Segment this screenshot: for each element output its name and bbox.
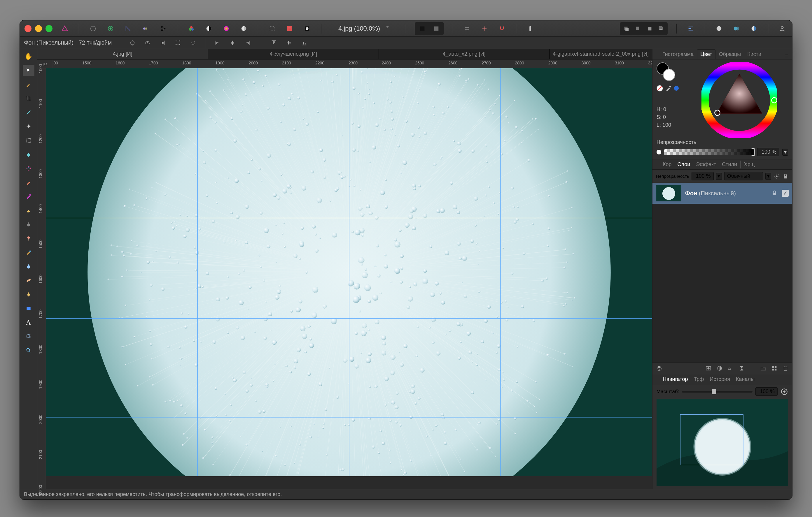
grid-icon[interactable] — [462, 23, 472, 34]
ruler-horizontal[interactable]: px 1400150016001700180019002000210022002… — [37, 59, 652, 68]
layer-row[interactable]: Фон (Пиксельный) ✓ — [652, 183, 792, 204]
erase-tool[interactable] — [23, 205, 34, 216]
rotate-icon[interactable] — [188, 38, 198, 48]
primary-color[interactable] — [663, 69, 675, 81]
mixer-brush-tool[interactable] — [23, 163, 34, 174]
doc-tab-2[interactable]: 4-Улучшено.png [И] — [208, 49, 379, 59]
align-bottom-icon[interactable] — [299, 38, 309, 48]
tab-color[interactable]: Цвет — [697, 49, 715, 59]
panel-menu-icon[interactable]: ≡ — [785, 53, 788, 59]
window-minimize[interactable] — [35, 25, 42, 32]
align-left-icon[interactable] — [212, 38, 222, 48]
tab-styles[interactable]: Стили — [719, 160, 740, 169]
merge-icon[interactable] — [738, 365, 745, 372]
persona-tone-icon[interactable] — [140, 23, 151, 34]
sampled-color[interactable] — [674, 86, 679, 91]
lock-icon[interactable] — [782, 173, 789, 180]
opacity-dropdown[interactable]: ▾ — [782, 149, 788, 156]
window-zoom[interactable] — [46, 25, 53, 32]
trash-icon[interactable] — [782, 365, 789, 372]
persona-develop-icon[interactable] — [123, 23, 133, 34]
subtract-mask-icon[interactable] — [749, 23, 759, 34]
persona-export-icon[interactable] — [158, 23, 168, 34]
layer-opacity-dd[interactable]: ▾ — [716, 173, 722, 180]
guides-icon[interactable] — [479, 23, 490, 34]
crop-light-icon[interactable] — [430, 23, 443, 34]
tab-layers[interactable]: Слои — [675, 160, 693, 169]
color-wheel[interactable] — [701, 62, 777, 138]
inpaint-brush-tool[interactable] — [23, 191, 34, 202]
account-icon[interactable] — [777, 23, 787, 34]
align-top-icon[interactable] — [269, 38, 279, 48]
magic-wand-tool[interactable]: ✦ — [23, 121, 34, 132]
tab-effects[interactable]: Эффект — [693, 160, 719, 169]
transform-icon[interactable] — [173, 38, 183, 48]
canvas-viewport[interactable] — [46, 68, 652, 489]
tab-history[interactable]: История — [707, 375, 733, 383]
add-layer-icon[interactable] — [771, 365, 778, 372]
channels-icon[interactable] — [186, 23, 197, 34]
blur-tool[interactable] — [23, 261, 34, 272]
target-icon[interactable] — [127, 38, 137, 48]
opacity-slider[interactable] — [664, 149, 754, 155]
color-replace-tool[interactable] — [23, 247, 34, 258]
align-right-icon[interactable] — [243, 38, 253, 48]
tab-misc[interactable]: Хрщ — [740, 160, 757, 169]
group-icon[interactable] — [760, 365, 766, 372]
doc-tab-4[interactable]: 4-gigapixel-standard-scale-2_00x.png [И] — [550, 49, 652, 59]
gradient-map-icon[interactable] — [239, 23, 249, 34]
none-color-icon[interactable] — [657, 85, 663, 92]
marquee-tool[interactable] — [23, 134, 34, 146]
layer-lock-icon[interactable] — [771, 190, 778, 196]
move-tool[interactable] — [23, 65, 34, 77]
opacity-value[interactable]: 100 % — [757, 148, 779, 156]
dodge-tool[interactable] — [23, 233, 34, 244]
mesh-warp-tool[interactable] — [23, 331, 34, 342]
doc-tab-1[interactable]: 4.jpg [И] — [37, 49, 208, 59]
selection-marquee-icon[interactable] — [267, 23, 278, 34]
tab-histogram[interactable]: Гистограмма — [660, 50, 696, 59]
rectangle-tool[interactable] — [23, 303, 34, 314]
arrange-front-icon[interactable] — [656, 23, 666, 34]
blend-dd[interactable]: ▾ — [765, 173, 771, 180]
arrange-backward-icon[interactable] — [633, 23, 643, 34]
tab-navigator[interactable]: Навигатор — [660, 375, 690, 383]
tab-swatches[interactable]: Образцы — [716, 50, 744, 59]
zoom-slider[interactable] — [682, 391, 753, 393]
gear-icon[interactable] — [774, 173, 780, 180]
layer-opacity-value[interactable]: 100 % — [692, 172, 714, 180]
crop-tool[interactable] — [23, 93, 34, 104]
dist-h-icon[interactable] — [158, 38, 168, 48]
quick-mask-icon[interactable] — [302, 23, 312, 34]
pen-tool[interactable] — [23, 288, 34, 300]
flood-fill-tool[interactable] — [23, 149, 34, 160]
text-tool[interactable]: A — [23, 316, 34, 328]
zoom-value[interactable]: 100 % — [755, 387, 778, 396]
snapping-icon[interactable] — [497, 23, 507, 34]
align-panel-icon[interactable] — [686, 23, 696, 34]
align-v-center-icon[interactable] — [284, 38, 294, 48]
navigator-preview[interactable] — [657, 399, 788, 486]
blend-mode-select[interactable]: Обычный — [724, 172, 763, 180]
mask-icon[interactable] — [705, 365, 712, 372]
layer-visible-checkbox[interactable]: ✓ — [782, 190, 789, 197]
doc-tab-3[interactable]: 4_auto_x2.png [И] — [379, 49, 550, 59]
arrange-forward-icon[interactable] — [644, 23, 655, 34]
color-picker-tool[interactable] — [23, 79, 34, 90]
clone-tool[interactable] — [23, 219, 34, 230]
mask-bw-icon[interactable] — [204, 23, 214, 34]
zoom-in-icon[interactable] — [781, 388, 788, 395]
navigator-viewbox[interactable] — [680, 415, 743, 465]
intersect-mask-icon[interactable] — [731, 23, 742, 34]
arrange-back-icon[interactable] — [621, 23, 632, 34]
swatch-color-icon[interactable] — [221, 23, 232, 34]
persona-liquify-icon[interactable] — [105, 23, 116, 34]
tab-brushes[interactable]: Кисти — [744, 50, 764, 59]
selection-invert-icon[interactable] — [284, 23, 295, 34]
crop-dark-icon[interactable] — [416, 23, 429, 34]
brush-tool[interactable] — [23, 177, 34, 188]
ruler-vertical[interactable]: 1000110012001300140015001600170018001900… — [37, 68, 46, 489]
paint-brush-tool[interactable] — [23, 107, 34, 118]
persona-photo-icon[interactable] — [88, 23, 98, 34]
tab-channels[interactable]: Каналы — [733, 375, 757, 383]
